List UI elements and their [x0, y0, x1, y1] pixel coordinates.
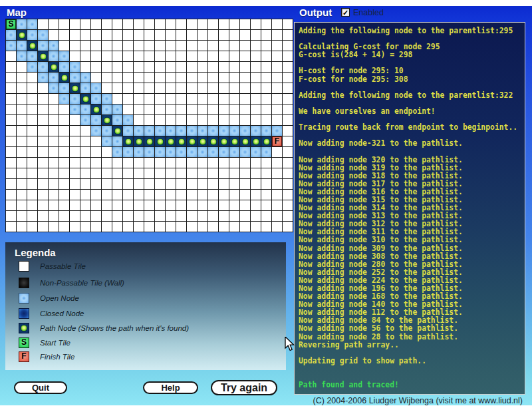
enabled-checkbox[interactable]: ✓	[341, 8, 350, 17]
open-node-tile[interactable]	[134, 126, 144, 136]
open-node-tile[interactable]	[27, 19, 37, 29]
open-node-tile[interactable]	[251, 147, 261, 157]
open-node-tile[interactable]	[27, 62, 37, 72]
open-node-tile[interactable]	[38, 62, 48, 72]
open-node-tile[interactable]	[166, 126, 176, 136]
open-node-tile[interactable]	[6, 41, 16, 51]
path-node-tile[interactable]	[38, 51, 48, 61]
open-node-tile[interactable]	[70, 62, 80, 72]
open-node-tile[interactable]	[144, 147, 154, 157]
open-node-tile[interactable]	[70, 73, 80, 83]
open-node-tile[interactable]	[112, 104, 122, 114]
open-node-tile[interactable]	[91, 83, 101, 93]
open-node-tile[interactable]	[49, 73, 59, 83]
path-node-tile[interactable]	[176, 136, 186, 146]
open-node-tile[interactable]	[187, 147, 197, 157]
path-node-tile[interactable]	[166, 136, 176, 146]
open-node-tile[interactable]	[49, 83, 59, 93]
open-node-tile[interactable]	[102, 136, 112, 146]
path-node-tile[interactable]	[261, 136, 271, 146]
open-node-tile[interactable]	[6, 30, 16, 40]
open-node-tile[interactable]	[80, 104, 90, 114]
open-node-tile[interactable]	[208, 147, 218, 157]
open-node-tile[interactable]	[176, 126, 186, 136]
open-node-tile[interactable]	[91, 126, 101, 136]
open-node-tile[interactable]	[155, 126, 165, 136]
open-node-tile[interactable]	[261, 147, 271, 157]
path-node-tile[interactable]	[49, 62, 59, 72]
open-node-tile[interactable]	[144, 126, 154, 136]
path-node-tile[interactable]	[70, 83, 80, 93]
open-node-tile[interactable]	[240, 126, 250, 136]
open-node-tile[interactable]	[102, 126, 112, 136]
open-node-tile[interactable]	[17, 19, 27, 29]
open-node-tile[interactable]	[176, 147, 186, 157]
open-node-tile[interactable]	[272, 126, 282, 136]
open-node-tile[interactable]	[70, 94, 80, 104]
path-node-tile[interactable]	[134, 136, 144, 146]
open-node-tile[interactable]	[27, 51, 37, 61]
path-node-tile[interactable]	[155, 136, 165, 146]
path-node-tile[interactable]	[251, 136, 261, 146]
open-node-tile[interactable]	[123, 147, 133, 157]
open-node-tile[interactable]	[17, 41, 27, 51]
path-node-tile[interactable]	[219, 136, 229, 146]
open-node-tile[interactable]	[91, 115, 101, 125]
open-node-tile[interactable]	[112, 115, 122, 125]
open-node-tile[interactable]	[38, 41, 48, 51]
open-node-tile[interactable]	[38, 30, 48, 40]
open-node-tile[interactable]	[240, 147, 250, 157]
path-node-tile[interactable]	[240, 136, 250, 146]
open-node-tile[interactable]	[134, 147, 144, 157]
open-node-tile[interactable]	[80, 83, 90, 93]
path-node-tile[interactable]	[208, 136, 218, 146]
open-node-tile[interactable]	[27, 30, 37, 40]
open-node-tile[interactable]	[59, 62, 69, 72]
open-node-tile[interactable]	[229, 126, 239, 136]
path-node-tile[interactable]	[112, 126, 122, 136]
open-node-tile[interactable]	[102, 104, 112, 114]
try-again-button[interactable]: Try again	[211, 380, 277, 395]
open-node-tile[interactable]	[198, 147, 207, 157]
open-node-tile[interactable]	[70, 104, 80, 114]
path-node-tile[interactable]	[91, 104, 101, 114]
path-node-tile[interactable]	[59, 73, 69, 83]
open-node-tile[interactable]	[59, 83, 69, 93]
open-node-tile[interactable]	[123, 126, 133, 136]
start-tile[interactable]: S	[6, 19, 16, 29]
open-node-tile[interactable]	[38, 73, 48, 83]
path-node-tile[interactable]	[198, 136, 207, 146]
finish-tile[interactable]: F	[272, 136, 282, 146]
help-button[interactable]: Help	[143, 381, 198, 394]
open-node-tile[interactable]	[112, 147, 122, 157]
open-node-tile[interactable]	[229, 147, 239, 157]
path-node-tile[interactable]	[187, 136, 197, 146]
path-node-tile[interactable]	[102, 115, 112, 125]
path-node-tile[interactable]	[229, 136, 239, 146]
open-node-tile[interactable]	[80, 115, 90, 125]
open-node-tile[interactable]	[123, 115, 133, 125]
quit-button[interactable]: Quit	[14, 381, 67, 394]
path-node-tile[interactable]	[123, 136, 133, 146]
open-node-tile[interactable]	[208, 126, 218, 136]
open-node-tile[interactable]	[59, 94, 69, 104]
open-node-tile[interactable]	[91, 94, 101, 104]
open-node-tile[interactable]	[251, 126, 261, 136]
open-node-tile[interactable]	[49, 51, 59, 61]
open-node-tile[interactable]	[198, 126, 207, 136]
path-node-tile[interactable]	[80, 94, 90, 104]
path-node-tile[interactable]	[17, 30, 27, 40]
open-node-tile[interactable]	[59, 51, 69, 61]
open-node-tile[interactable]	[219, 147, 229, 157]
open-node-tile[interactable]	[219, 126, 229, 136]
map-grid[interactable]: SF	[5, 19, 293, 232]
open-node-tile[interactable]	[80, 73, 90, 83]
open-node-tile[interactable]	[17, 51, 27, 61]
open-node-tile[interactable]	[261, 126, 271, 136]
open-node-tile[interactable]	[102, 94, 112, 104]
open-node-tile[interactable]	[49, 41, 59, 51]
open-node-tile[interactable]	[112, 136, 122, 146]
path-node-tile[interactable]	[27, 41, 37, 51]
open-node-tile[interactable]	[166, 147, 176, 157]
path-node-tile[interactable]	[144, 136, 154, 146]
